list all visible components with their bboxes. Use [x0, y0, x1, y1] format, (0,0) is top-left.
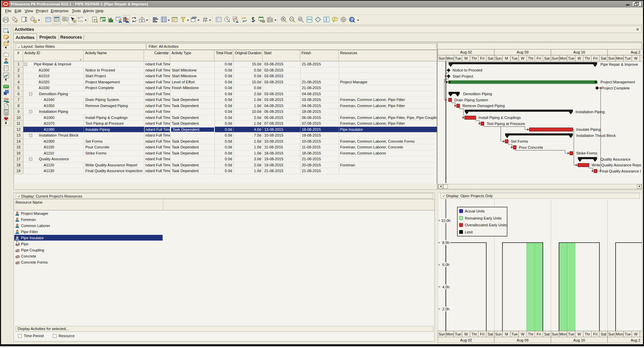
svg-text:Fri: Fri: [593, 56, 598, 60]
svg-text:W: W: [464, 332, 468, 336]
svg-text:Remaining Early Units: Remaining Early Units: [465, 216, 502, 220]
svg-text:Aug 16: Aug 16: [573, 338, 585, 342]
svg-text:Mon: Mon: [616, 56, 623, 60]
svg-text:Remove Damaged Piping: Remove Damaged Piping: [462, 104, 505, 108]
svg-text:Write Quality Assurance Repo: Write Quality Assurance Repo: [592, 163, 642, 167]
svg-text:Sun: Sun: [552, 56, 558, 60]
svg-text:Pour Concrete: Pour Concrete: [519, 145, 543, 149]
svg-text:Sun: Sun: [608, 56, 615, 60]
svg-text:Sun: Sun: [495, 56, 502, 60]
svg-text:Fri: Fri: [537, 332, 541, 336]
svg-text:W: W: [521, 56, 525, 60]
svg-text:Mon: Mon: [559, 56, 566, 60]
svg-text:Sun: Sun: [438, 332, 445, 336]
svg-text:Sun: Sun: [438, 56, 445, 60]
svg-text:Quality Assurance: Quality Assurance: [601, 157, 631, 161]
svg-text:Sat: Sat: [601, 56, 606, 60]
svg-text:Notice to Proceed: Notice to Proceed: [453, 68, 482, 72]
svg-text:10.0h: 10.0h: [441, 219, 451, 223]
svg-text:Strike Forms: Strike Forms: [576, 151, 598, 155]
svg-text:Aug 2: Aug 2: [631, 50, 641, 54]
svg-text:Actual Units: Actual Units: [465, 209, 485, 213]
svg-text:Install Piping & Couplings: Install Piping & Couplings: [479, 116, 521, 120]
svg-text:Fri: Fri: [480, 56, 484, 60]
svg-text:Final Quality Assurance I: Final Quality Assurance I: [600, 169, 641, 173]
svg-text:W: W: [521, 332, 525, 336]
svg-text:8.0h: 8.0h: [442, 241, 449, 245]
svg-text:Sun: Sun: [495, 332, 502, 336]
svg-text:Demolition Piping: Demolition Piping: [463, 92, 492, 96]
svg-text:Display: Open Projects Only: Display: Open Projects Only: [446, 194, 493, 198]
svg-text:Start Project: Start Project: [453, 74, 473, 78]
svg-text:Aug 02: Aug 02: [460, 50, 472, 54]
svg-text:W: W: [578, 332, 581, 336]
svg-text:Mon: Mon: [616, 332, 623, 336]
svg-text:Tue: Tue: [568, 332, 575, 336]
svg-text:Test Piping at Pressure: Test Piping at Pressure: [487, 122, 525, 126]
svg-text:Mon: Mon: [446, 56, 453, 60]
svg-text:Aug 09: Aug 09: [517, 338, 528, 342]
svg-text:Tue: Tue: [512, 332, 518, 336]
svg-text:Tue: Tue: [625, 56, 631, 60]
svg-text:Mon: Mon: [559, 332, 566, 336]
svg-text:Sun: Sun: [608, 332, 615, 336]
svg-text:Tue: Tue: [512, 56, 518, 60]
svg-text:2.0h: 2.0h: [442, 307, 449, 311]
svg-text:Sat: Sat: [544, 56, 550, 60]
svg-text:Tue: Tue: [625, 332, 631, 336]
svg-text:Installation Thrust Block: Installation Thrust Block: [576, 134, 616, 138]
svg-text:Thr: Thr: [528, 332, 534, 336]
svg-text:Sat: Sat: [601, 332, 606, 336]
svg-text:✓: ✓: [442, 194, 445, 198]
svg-text:Aug 02: Aug 02: [460, 338, 472, 342]
svg-text:Pipe Repair & Improve: Pipe Repair & Improve: [601, 62, 638, 66]
svg-text:Thr: Thr: [641, 332, 642, 336]
svg-text:?: ?: [351, 18, 353, 22]
svg-text:4.0h: 4.0h: [442, 285, 449, 289]
svg-text:W: W: [578, 56, 581, 60]
svg-text:Fri: Fri: [537, 56, 541, 60]
svg-text:W: W: [464, 56, 468, 60]
svg-text:Fri: Fri: [593, 332, 598, 336]
svg-text:Fri: Fri: [480, 332, 484, 336]
svg-text:W: W: [634, 332, 638, 336]
svg-text:Thr: Thr: [528, 56, 534, 60]
svg-text:Thr: Thr: [584, 332, 590, 336]
svg-text:Sat: Sat: [487, 332, 493, 336]
svg-text:M: M: [505, 332, 508, 336]
svg-text:Thr: Thr: [641, 56, 642, 60]
svg-text:Drain Piping System: Drain Piping System: [454, 98, 488, 102]
svg-text:M: M: [505, 56, 508, 60]
svg-text:Overallocated Early Units: Overallocated Early Units: [465, 223, 507, 227]
svg-text:Installation Piping: Installation Piping: [576, 110, 605, 114]
svg-text:6.0h: 6.0h: [442, 263, 449, 267]
svg-text:Set Forms: Set Forms: [511, 139, 528, 143]
svg-text:Tue: Tue: [568, 56, 575, 60]
svg-text:Project Management: Project Management: [601, 80, 635, 84]
svg-text:W: W: [634, 56, 638, 60]
svg-text:Thr: Thr: [471, 332, 477, 336]
svg-text:Sun: Sun: [552, 332, 558, 336]
svg-text:Tue: Tue: [455, 332, 461, 336]
svg-text:Sat: Sat: [544, 332, 550, 336]
svg-text:Aug 09: Aug 09: [517, 50, 528, 54]
svg-text:Mon: Mon: [446, 332, 453, 336]
svg-text:Tue: Tue: [455, 56, 461, 60]
svg-text:Thr: Thr: [584, 56, 590, 60]
svg-text:Project Complete: Project Complete: [601, 86, 630, 90]
svg-text:Insulate Piping: Insulate Piping: [576, 127, 601, 131]
svg-text:Sat: Sat: [487, 56, 493, 60]
svg-text:Aug 2: Aug 2: [631, 338, 641, 342]
svg-text:Limit: Limit: [465, 230, 473, 234]
svg-text:Aug 16: Aug 16: [573, 50, 585, 54]
svg-text:Thr: Thr: [471, 56, 477, 60]
